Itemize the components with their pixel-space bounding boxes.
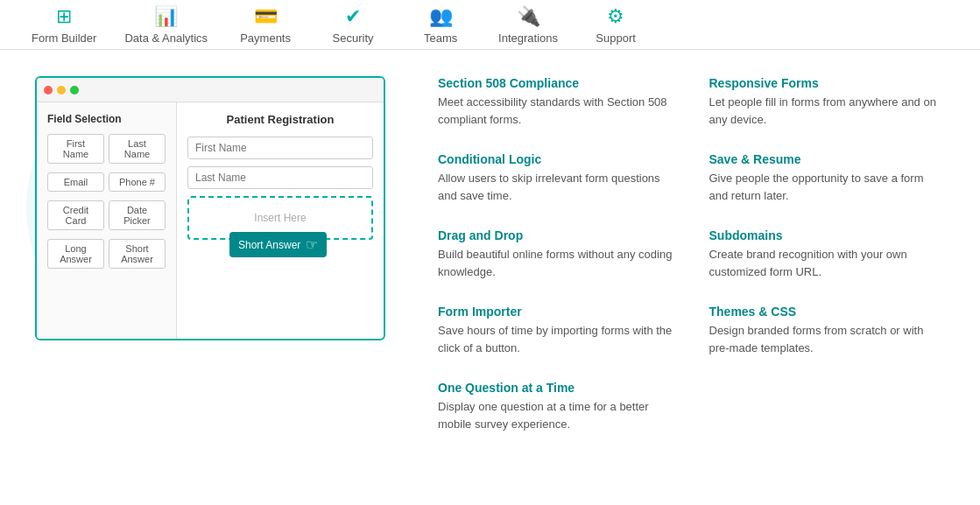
feature-drag-drop-desc: Build beautiful online forms without any…: [438, 246, 674, 280]
security-icon: ✔: [345, 5, 361, 28]
nav-integrations-label: Integrations: [498, 32, 558, 45]
nav-support-label: Support: [596, 32, 636, 45]
feature-save-resume: Save & Resume Give people the opportunit…: [709, 152, 946, 204]
field-selection-title: Field Selection: [47, 113, 166, 125]
nav-data-analytics-label: Data & Analytics: [124, 32, 208, 45]
main-nav: ⊞ Form Builder 📊 Data & Analytics 💳 Paym…: [0, 0, 980, 50]
nav-support[interactable]: ⚙ Support: [572, 0, 659, 52]
feature-drag-drop: Drag and Drop Build beautiful online for…: [438, 228, 674, 280]
feature-subdomains-desc: Create brand recognition with your own c…: [709, 246, 946, 280]
feature-themes-css-desc: Design branded forms from scratch or wit…: [709, 322, 946, 356]
maximize-dot: [70, 86, 79, 95]
data-analytics-icon: 📊: [154, 5, 178, 28]
feature-responsive-forms: Responsive Forms Let people fill in form…: [709, 76, 946, 128]
field-phone[interactable]: Phone #: [109, 172, 166, 192]
support-icon: ⚙: [607, 5, 624, 28]
payments-icon: 💳: [254, 5, 278, 28]
field-short-answer[interactable]: Short Answer: [109, 239, 166, 269]
field-credit-card[interactable]: Credit Card: [47, 200, 104, 230]
feature-form-importer: Form Importer Save hours of time by impo…: [438, 305, 674, 356]
feature-responsive-forms-desc: Let people fill in forms from anywhere a…: [709, 94, 946, 128]
minimize-dot: [57, 86, 66, 95]
feature-form-importer-desc: Save hours of time by importing forms wi…: [438, 322, 674, 356]
feature-themes-css-title: Themes & CSS: [709, 305, 946, 319]
nav-payments-label: Payments: [240, 32, 291, 45]
feature-save-resume-title: Save & Resume: [709, 152, 946, 166]
nav-form-builder-label: Form Builder: [32, 32, 96, 45]
field-selection-panel: Field Selection First Name Last Name Ema…: [37, 102, 177, 339]
close-dot: [44, 86, 53, 95]
form-builder-icon: ⊞: [56, 5, 72, 28]
feature-themes-css: Themes & CSS Design branded forms from s…: [709, 305, 946, 356]
nav-integrations[interactable]: 🔌 Integrations: [484, 0, 572, 52]
field-first-name[interactable]: First Name: [47, 134, 104, 164]
nav-teams[interactable]: 👥 Teams: [397, 0, 484, 52]
field-date-picker[interactable]: Date Picker: [109, 200, 166, 230]
integrations-icon: 🔌: [517, 5, 540, 28]
nav-security[interactable]: ✔ Security: [309, 0, 397, 52]
window-header: [37, 78, 384, 102]
feature-responsive-forms-title: Responsive Forms: [709, 76, 946, 90]
features-right: Responsive Forms Let people fill in form…: [709, 76, 946, 457]
feature-one-question-title: One Question at a Time: [438, 381, 674, 395]
feature-conditional-logic-title: Conditional Logic: [438, 152, 674, 166]
patient-registration-panel: Patient Registration Insert Here Short A…: [177, 102, 384, 339]
tooltip-label: Short Answer: [238, 239, 300, 251]
nav-payments[interactable]: 💳 Payments: [222, 0, 309, 52]
features-left: Section 508 Compliance Meet accessibilit…: [438, 76, 674, 457]
feature-drag-drop-title: Drag and Drop: [438, 228, 674, 242]
lastname-input[interactable]: [187, 166, 373, 189]
feature-section-508: Section 508 Compliance Meet accessibilit…: [438, 76, 674, 128]
drop-zone-label: Insert Here: [254, 212, 306, 224]
patient-reg-title: Patient Registration: [187, 113, 373, 126]
firstname-input[interactable]: [187, 137, 373, 159]
feature-section-508-desc: Meet accessibility standards with Sectio…: [438, 94, 674, 128]
feature-conditional-logic-desc: Allow users to skip irrelevant form ques…: [438, 170, 674, 204]
form-window: Field Selection First Name Last Name Ema…: [35, 76, 385, 340]
drag-tooltip: Short Answer ☞: [229, 232, 327, 257]
feature-one-question-desc: Display one question at a time for a bet…: [438, 398, 674, 432]
nav-data-analytics[interactable]: 📊 Data & Analytics: [110, 0, 222, 52]
main-content: Field Selection First Name Last Name Ema…: [0, 50, 980, 483]
nav-form-builder[interactable]: ⊞ Form Builder: [18, 0, 110, 52]
feature-form-importer-title: Form Importer: [438, 305, 674, 319]
feature-conditional-logic: Conditional Logic Allow users to skip ir…: [438, 152, 674, 204]
feature-save-resume-desc: Give people the opportunity to save a fo…: [709, 170, 946, 204]
field-last-name[interactable]: Last Name: [109, 134, 166, 164]
nav-security-label: Security: [333, 32, 374, 45]
feature-section-508-title: Section 508 Compliance: [438, 76, 674, 90]
field-grid: First Name Last Name Email Phone # Credi…: [47, 134, 166, 273]
form-demo: Field Selection First Name Last Name Ema…: [35, 76, 403, 457]
field-email[interactable]: Email: [47, 172, 104, 192]
teams-icon: 👥: [429, 5, 453, 28]
cursor-icon: ☞: [306, 236, 318, 253]
feature-subdomains-title: Subdomains: [709, 228, 946, 242]
feature-subdomains: Subdomains Create brand recognition with…: [709, 228, 946, 280]
form-body: Field Selection First Name Last Name Ema…: [37, 102, 384, 339]
field-long-answer[interactable]: Long Answer: [47, 239, 104, 269]
feature-one-question: One Question at a Time Display one quest…: [438, 381, 674, 432]
nav-teams-label: Teams: [424, 32, 457, 45]
